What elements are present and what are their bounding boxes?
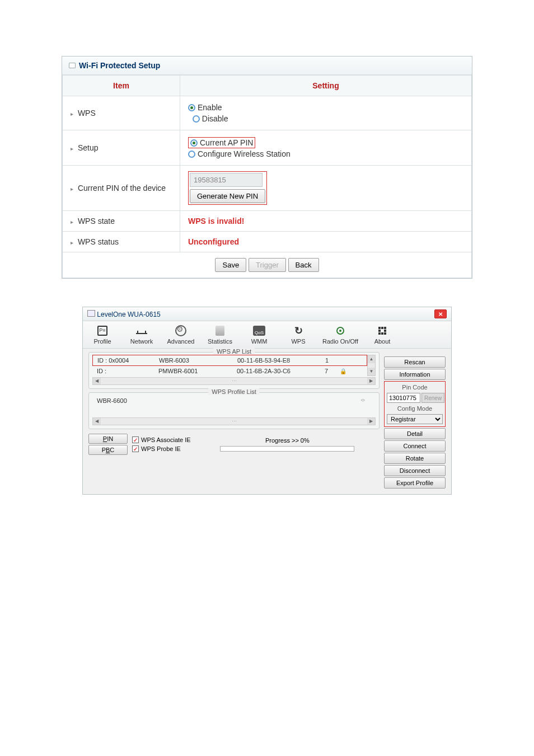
row-setup-setting: Current AP PIN Configure Wireless Statio… [180,130,472,166]
arrow-icon: ▸ [71,145,73,152]
row-current-pin-label: ▸ Current PIN of the device [63,166,180,211]
radio-configure-station[interactable]: Configure Wireless Station [188,149,463,158]
wps-associate-checkbox[interactable]: WPS Associate IE [132,436,191,443]
wps-table: Item Setting ▸ WPS Enable Disable [62,75,472,278]
row-wps-setting: Enable Disable [180,96,472,130]
toolbar-advanced[interactable]: Advanced [161,323,200,346]
detail-button[interactable]: Detail [384,428,446,439]
disconnect-button[interactable]: Disconnect [384,465,446,476]
titlebar: LevelOne WUA-0615 ✕ [83,307,451,321]
scrollbar-vertical[interactable]: ▲ ▼ [367,355,376,376]
back-button[interactable]: Back [288,258,319,272]
wmm-icon: QoS [253,326,265,336]
config-mode-label: Config Mode [387,405,443,412]
wps-probe-checkbox[interactable]: WPS Probe IE [132,445,191,452]
row-wps-status-label: ▸ WPS status [63,232,180,252]
network-icon [136,327,147,334]
button-row: Save Trigger Back [63,252,472,278]
wps-profile-list-label: WPS Profile List [208,388,259,395]
toolbar-wps[interactable]: ↻ WPS [279,323,318,346]
row-wps-state-label: ▸ WPS state [63,211,180,232]
pin-input[interactable] [190,173,263,187]
pbc-button[interactable]: PBC [88,445,128,455]
scroll-down-icon[interactable]: ▼ [368,368,375,375]
generate-pin-button[interactable]: Generate New PIN [190,189,265,203]
wps-settings-panel: Wi-Fi Protected Setup Item Setting ▸ WPS… [62,56,472,279]
save-button[interactable]: Save [215,258,246,272]
side-panel: Rescan Information Pin Code Renew Config… [384,352,446,489]
arrow-icon: ▸ [71,240,73,246]
scroll-left-icon[interactable]: ◀ [93,378,101,384]
window-icon [69,63,76,68]
scrollbar-horizontal[interactable]: ◀ ⋯ ▶ [92,377,376,385]
row-setup-label: ▸ Setup [63,130,180,166]
toolbar-profile[interactable]: Profile [83,323,122,346]
scroll-right-icon[interactable]: ▶ [367,418,375,425]
gear-icon [175,325,186,336]
about-icon [378,327,386,335]
connect-button[interactable]: Connect [384,440,446,452]
row-current-pin-setting: Generate New PIN [180,166,472,211]
ap-list-row[interactable]: ID : PMWBR-6001 00-11-6B-2A-30-C6 7 🔒 [92,366,367,376]
col-setting: Setting [180,76,472,96]
arrow-icon: ▸ [71,219,73,225]
ap-list-row-selected[interactable]: ID : 0x0004 WBR-6003 00-11-6B-53-94-E8 1 [92,355,367,366]
progress-label: Progress >> 0% [265,437,310,444]
signal-icon: ⌔ [354,397,371,404]
pin-highlight-box: Generate New PIN [188,171,267,205]
radio-empty-icon [193,115,200,123]
statistics-icon [216,326,224,336]
scroll-right-icon[interactable]: ▶ [367,378,375,384]
wps-profile-list-fieldset: WPS Profile List WBR-6600 ⌔ ◀ ⋯ ▶ [88,392,380,429]
toolbar-wmm[interactable]: QoS WMM [240,323,279,346]
row-wps-status-value: Unconfigured [180,232,472,252]
arrow-icon: ▸ [71,186,73,192]
current-ap-pin-highlight: Current AP PIN [188,137,255,148]
radio-checked-icon [188,104,195,111]
radio-enable[interactable]: Enable [188,103,463,112]
pin-button[interactable]: PIN [88,434,128,444]
lock-icon: 🔒 [340,368,346,374]
toolbar-about[interactable]: About [363,323,402,346]
wps-ap-list-label: WPS AP List [213,348,255,355]
pin-code-label: Pin Code [387,384,443,391]
bottom-controls: PIN PBC WPS Associate IE WPS Probe IE [88,433,380,456]
radio-empty-icon [188,151,195,158]
rotate-button[interactable]: Rotate [384,453,446,464]
toolbar: Profile Network Advanced Statistics QoS … [83,321,451,349]
scrollbar-horizontal[interactable]: ◀ ⋯ ▶ [92,417,376,425]
arrow-icon: ▸ [71,111,73,117]
toolbar-radio[interactable]: Radio On/Off [318,323,363,346]
checkbox-checked-icon [132,445,139,452]
scroll-up-icon[interactable]: ▲ [368,355,375,363]
information-button[interactable]: Information [384,369,446,380]
app-icon [87,310,95,317]
panel-header: Wi-Fi Protected Setup [62,57,472,75]
rescan-button[interactable]: Rescan [384,356,446,368]
profile-list-row[interactable]: WBR-6600 ⌔ [92,395,376,406]
export-profile-button[interactable]: Export Profile [384,477,446,489]
checkbox-checked-icon [132,436,139,443]
panel-title: Wi-Fi Protected Setup [79,61,160,70]
col-item: Item [63,76,180,96]
row-wps-label: ▸ WPS [63,96,180,130]
progress-bar [220,446,354,452]
app-window: LevelOne WUA-0615 ✕ Profile Network Adva… [82,307,452,495]
radio-disable[interactable]: Disable [193,114,228,123]
radio-checked-icon[interactable] [190,139,198,147]
wps-ap-list-fieldset: WPS AP List ID : 0x0004 WBR-6003 00-11-6… [88,352,380,389]
profile-icon [97,326,107,336]
pin-code-input[interactable] [387,393,420,403]
pin-code-fieldset: Pin Code Renew Config Mode Registrar [384,381,446,427]
trigger-button: Trigger [249,258,286,272]
wps-icon: ↻ [294,325,303,337]
scroll-left-icon[interactable]: ◀ [93,418,101,425]
app-title: LevelOne WUA-0615 [97,311,160,318]
close-button[interactable]: ✕ [434,309,447,318]
row-wps-state-value: WPS is invalid! [180,211,472,232]
radio-icon [336,327,344,335]
config-mode-select[interactable]: Registrar [387,414,443,424]
renew-button[interactable]: Renew [421,393,444,403]
toolbar-network[interactable]: Network [122,323,161,346]
toolbar-statistics[interactable]: Statistics [200,323,240,346]
